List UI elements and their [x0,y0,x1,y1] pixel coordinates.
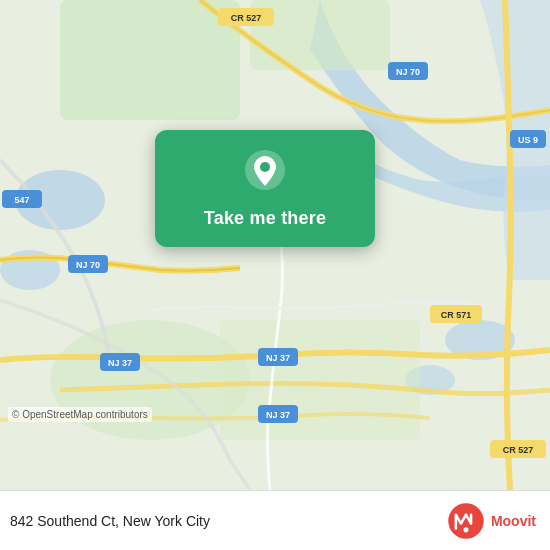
svg-point-31 [448,503,483,538]
svg-point-32 [463,527,468,532]
moovit-text: Moovit [491,513,536,529]
svg-text:NJ 37: NJ 37 [266,353,290,363]
svg-text:US 9: US 9 [518,135,538,145]
moovit-logo: Moovit [447,502,536,540]
cta-button-label: Take me there [204,208,326,229]
svg-text:NJ 37: NJ 37 [266,410,290,420]
svg-point-30 [260,162,270,172]
copyright-text: © OpenStreetMap contributors [8,407,152,422]
moovit-logo-icon [447,502,485,540]
address-label: 842 Southend Ct, New York City [10,513,210,529]
location-pin-icon [243,148,287,196]
cta-card[interactable]: Take me there [155,130,375,247]
svg-text:547: 547 [14,195,29,205]
svg-rect-8 [220,320,420,440]
svg-text:NJ 70: NJ 70 [76,260,100,270]
map-area: CR 527 NJ 70 US 9 NJ 70 NJ 37 NJ 37 NJ 3… [0,0,550,490]
svg-text:NJ 70: NJ 70 [396,67,420,77]
svg-text:NJ 37: NJ 37 [108,358,132,368]
bottom-bar: 842 Southend Ct, New York City Moovit [0,490,550,550]
svg-rect-5 [60,0,240,120]
svg-text:CR 527: CR 527 [231,13,262,23]
svg-text:CR 571: CR 571 [441,310,472,320]
svg-text:CR 527: CR 527 [503,445,534,455]
